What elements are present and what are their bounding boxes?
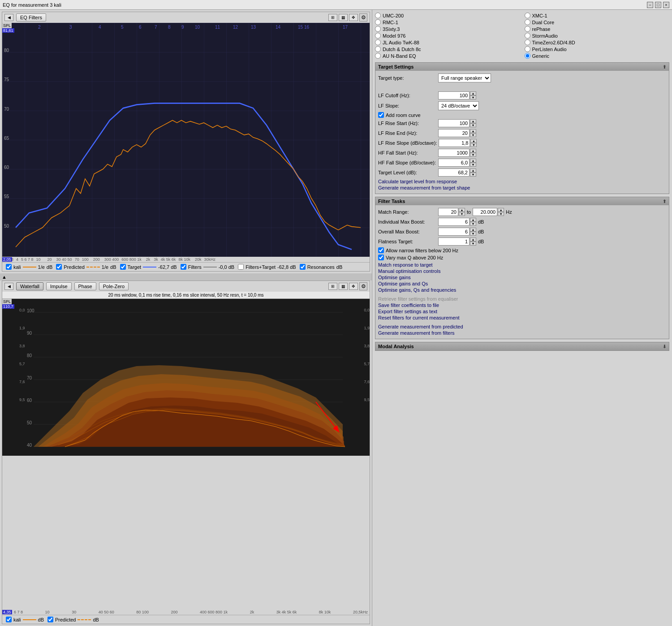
radio-rephase-input[interactable] <box>525 26 530 32</box>
wf-layout-icon[interactable]: ⊞ <box>328 283 337 290</box>
lf-rise-end-down[interactable]: ▼ <box>470 133 476 137</box>
radio-xmc1[interactable]: XMC-1 <box>525 13 670 18</box>
match-response-link[interactable]: Match response to target <box>378 262 666 268</box>
radio-generic[interactable]: Generic <box>525 53 670 59</box>
target-type-select[interactable]: Full range speaker <box>438 73 491 82</box>
layout-icon[interactable]: ⊞ <box>328 14 337 21</box>
match-to-up[interactable]: ▲ <box>498 208 504 212</box>
lf-rise-slope-down[interactable]: ▼ <box>470 143 477 147</box>
hf-fall-slope-input[interactable] <box>438 159 470 167</box>
modal-analysis-header[interactable]: Modal Analysis ⬇ <box>375 342 669 350</box>
radio-rephase[interactable]: rePhase <box>525 26 670 32</box>
radio-auneq[interactable]: AU N-Band EQ <box>375 53 520 59</box>
radio-perlisten[interactable]: PerListen Audio <box>525 46 670 52</box>
optimise-gains-link[interactable]: Optimise gains <box>378 274 666 281</box>
gen-from-pred-link[interactable]: Generate measurement from predicted <box>378 324 666 330</box>
impulse-tab[interactable]: Impulse <box>46 282 72 290</box>
wf-kali-checkbox[interactable] <box>6 617 12 622</box>
lf-slope-select[interactable]: 24 dB/octave <box>438 101 479 110</box>
radio-3sixty3[interactable]: 3Sixty.3 <box>375 26 520 32</box>
target-settings-collapse[interactable]: ⬆ <box>663 65 666 69</box>
flatness-input[interactable] <box>438 237 470 246</box>
radio-dualcore-input[interactable] <box>525 19 530 25</box>
wf-back-icon[interactable]: ◀ <box>4 283 13 290</box>
radio-3sixty3-input[interactable] <box>375 26 381 32</box>
polezero-tab[interactable]: Pole-Zero <box>99 282 129 290</box>
radio-dutch8c-input[interactable] <box>375 46 381 52</box>
target-level-down[interactable]: ▼ <box>470 173 476 177</box>
close-button[interactable]: × <box>663 2 669 8</box>
optimise-gains-qs-link[interactable]: Optimise gains and Qs <box>378 281 666 287</box>
radio-perlisten-input[interactable] <box>525 46 530 52</box>
radio-rmc1-input[interactable] <box>375 19 381 25</box>
collapse-bar[interactable]: ▲ <box>0 273 372 281</box>
columns-icon[interactable]: ▦ <box>339 14 348 21</box>
gen-from-filters-link[interactable]: Generate measurement from filters <box>378 330 666 336</box>
lf-rise-start-up[interactable]: ▲ <box>470 119 476 123</box>
radio-timezero[interactable]: TimeZero2.6D/4.8D <box>525 39 670 45</box>
hf-fall-start-down[interactable]: ▼ <box>470 153 476 157</box>
hf-fall-slope-down[interactable]: ▼ <box>470 163 476 167</box>
lf-rise-start-down[interactable]: ▼ <box>470 123 476 127</box>
retrieve-link[interactable]: Retrieve filter settings from equaliser <box>378 296 666 302</box>
reset-filters-link[interactable]: Reset filters for current measurement <box>378 315 666 321</box>
radio-model976[interactable]: Model 976 <box>375 33 520 39</box>
calc-target-link[interactable]: Calculate target level from response <box>378 178 666 185</box>
vary-maxq-checkbox[interactable] <box>378 255 384 260</box>
eq-filters-button[interactable]: EQ Filters <box>16 13 46 22</box>
lf-cutoff-up[interactable]: ▲ <box>470 91 476 95</box>
ind-boost-up[interactable]: ▲ <box>470 218 476 222</box>
overall-max-boost-input[interactable] <box>438 228 470 236</box>
lf-rise-start-input[interactable] <box>438 119 470 127</box>
filters-target-checkbox[interactable] <box>238 264 244 270</box>
hf-fall-slope-up[interactable]: ▲ <box>470 159 476 163</box>
waterfall-tab[interactable]: Waterfall <box>16 282 43 290</box>
resonances-checkbox[interactable] <box>300 264 306 270</box>
filter-tasks-header[interactable]: Filter Tasks ⬆ <box>375 197 669 205</box>
target-level-up[interactable]: ▲ <box>470 168 476 173</box>
filter-tasks-collapse[interactable]: ⬆ <box>663 199 666 204</box>
flatness-up[interactable]: ▲ <box>470 237 476 242</box>
settings-icon[interactable]: ⚙ <box>359 13 367 22</box>
lf-rise-slope-up[interactable]: ▲ <box>470 139 477 143</box>
maximize-button[interactable]: □ <box>655 2 661 8</box>
match-range-to-input[interactable] <box>473 208 497 216</box>
target-settings-header[interactable]: Target Settings ⬆ <box>375 63 669 71</box>
radio-jlaudio-input[interactable] <box>375 39 381 45</box>
hf-fall-start-up[interactable]: ▲ <box>470 149 476 153</box>
lf-rise-slope-input[interactable] <box>439 139 470 147</box>
match-from-up[interactable]: ▲ <box>459 208 465 212</box>
radio-dualcore[interactable]: Dual Core <box>525 19 670 25</box>
wf-columns-icon[interactable]: ▦ <box>339 283 348 290</box>
predicted-checkbox[interactable] <box>56 264 62 270</box>
radio-rmc1[interactable]: RMC-1 <box>375 19 520 25</box>
radio-auneq-input[interactable] <box>375 53 381 59</box>
radio-xmc1-input[interactable] <box>525 13 530 18</box>
target-checkbox[interactable] <box>120 264 126 270</box>
manual-opt-link[interactable]: Manual optimisation controls <box>378 268 666 274</box>
radio-jlaudio[interactable]: JL Audio TwK-88 <box>375 39 520 45</box>
target-level-input[interactable] <box>438 168 470 177</box>
export-text-link[interactable]: Export filter settings as text <box>378 308 666 315</box>
generate-meas-link[interactable]: Generate measurement from target shape <box>378 185 666 191</box>
match-range-from-input[interactable] <box>438 208 458 216</box>
move-icon[interactable]: ✥ <box>349 14 358 21</box>
filters-checkbox[interactable] <box>181 264 186 270</box>
kali-checkbox[interactable] <box>6 264 12 270</box>
radio-dutch8c[interactable]: Dutch & Dutch 8c <box>375 46 520 52</box>
radio-stormaudio-input[interactable] <box>525 33 530 39</box>
phase-tab[interactable]: Phase <box>74 282 96 290</box>
wf-settings-icon[interactable]: ⚙ <box>359 282 367 290</box>
ind-max-boost-input[interactable] <box>438 218 470 226</box>
flatness-down[interactable]: ▼ <box>470 242 476 246</box>
minimize-button[interactable]: − <box>647 2 653 8</box>
radio-umc200[interactable]: UMC-200 <box>375 13 520 18</box>
radio-umc200-input[interactable] <box>375 13 381 18</box>
match-to-down[interactable]: ▼ <box>498 212 504 216</box>
wf-predicted-checkbox[interactable] <box>47 617 53 622</box>
lf-cutoff-input[interactable]: 100 <box>438 91 470 99</box>
overall-boost-down[interactable]: ▼ <box>470 232 476 236</box>
radio-stormaudio[interactable]: StormAudio <box>525 33 670 39</box>
lf-cutoff-down[interactable]: ▼ <box>470 95 476 99</box>
overall-boost-up[interactable]: ▲ <box>470 228 476 232</box>
